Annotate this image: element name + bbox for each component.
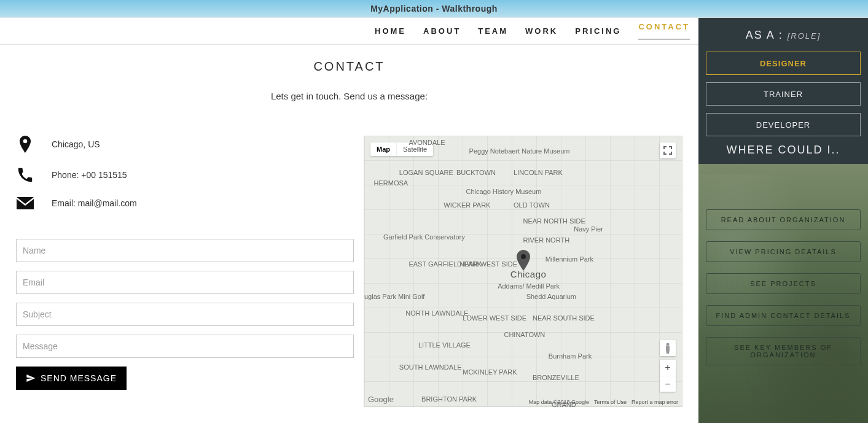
pegman-icon[interactable] [660, 340, 676, 356]
map-neighborhood-label: LITTLE VILLAGE [418, 341, 471, 349]
message-input[interactable] [16, 335, 354, 358]
map-neighborhood-label: LOWER WEST SIDE [463, 314, 526, 322]
send-button-label: SEND MESSAGE [41, 373, 117, 383]
map-neighborhood-label: LINCOLN PARK [514, 169, 563, 176]
subject-input[interactable] [16, 303, 354, 326]
nav-home[interactable]: HOME [375, 26, 406, 36]
role-designer-button[interactable]: DESIGNER [706, 52, 861, 75]
map-neighborhood-label: AVONDALE [409, 139, 445, 146]
map-neighborhood-label: BRONZEVILLE [533, 374, 579, 381]
action-find-contact[interactable]: FIND ADMIN CONTACT DETAILS [706, 305, 861, 326]
mail-icon [16, 197, 34, 209]
map-neighborhood-label: SOUTH LAWNDALE [399, 363, 462, 371]
map-neighborhood-label: Addams/ Medill Park [498, 282, 560, 290]
nav-about[interactable]: ABOUT [423, 26, 461, 36]
map-type-map[interactable]: Map [370, 142, 396, 156]
zoom-in-button[interactable]: + [660, 360, 676, 376]
map-neighborhood-label: Chicago History Museum [466, 188, 541, 195]
nav-work[interactable]: WORK [525, 26, 558, 36]
phone-icon [16, 168, 34, 182]
svg-point-1 [521, 254, 526, 259]
map-city-label: Chicago [510, 269, 547, 279]
info-phone-text: Phone: +00 151515 [52, 170, 127, 180]
main-nav: HOME ABOUT TEAM WORK PRICING CONTACT [0, 18, 698, 45]
info-phone-row: Phone: +00 151515 [16, 168, 354, 182]
map-neighborhood-label: MCKINLEY PARK [463, 368, 517, 376]
nav-pricing[interactable]: PRICING [575, 26, 621, 36]
map-zoom-controls: + − [660, 360, 676, 392]
paper-plane-icon [26, 373, 36, 383]
map-neighborhood-label: uglas Park Mini Golf [364, 293, 424, 300]
map-data-attribution: Map data ©2018 Google [529, 399, 589, 405]
fullscreen-icon[interactable] [660, 142, 676, 158]
map-neighborhood-label: Burnham Park [549, 352, 592, 360]
email-input[interactable] [16, 271, 354, 294]
map-neighborhood-label: LOGAN SQUARE [399, 169, 453, 176]
action-view-pricing[interactable]: VIEW PRICING DEATAILS [706, 241, 861, 262]
walkthrough-sidebar: AS A : [ROLE] DESIGNER TRAINER DEVELOPER… [698, 18, 868, 423]
map-neighborhood-label: Shedd Aquarium [526, 293, 576, 300]
map-neighborhood-label: RIVER NORTH [523, 236, 570, 244]
location-icon [16, 136, 34, 153]
app-title: MyApplication - Walkthrough [370, 4, 498, 14]
as-a-label: AS A : [746, 29, 783, 41]
map-neighborhood-label: Garfield Park Conservatory [383, 233, 465, 241]
action-read-about-org[interactable]: READ ABOUT ORGANIZATION [706, 209, 861, 230]
map-terms-link[interactable]: Terms of Use [594, 399, 627, 405]
section-title: CONTACT [16, 60, 682, 74]
map-neighborhood-label: OLD TOWN [514, 201, 550, 209]
map-neighborhood-label: NEAR SOUTH SIDE [533, 314, 595, 322]
svg-point-0 [667, 343, 670, 346]
info-email-row: Email: mail@mail.com [16, 197, 354, 209]
as-a-heading: AS A : [ROLE] [706, 29, 861, 42]
section-subtitle: Lets get in touch. Send us a message: [16, 91, 682, 101]
map-neighborhood-label: HERMOSA [374, 179, 409, 187]
map-neighborhood-label: Peggy Notebaert Nature Museum [469, 147, 570, 155]
action-see-projects[interactable]: SEE PROJECTS [706, 273, 861, 294]
role-trainer-button[interactable]: TRAINER [706, 82, 861, 106]
map-neighborhood-label: CHINATOWN [504, 331, 545, 338]
info-address-text: Chicago, US [52, 139, 100, 149]
map-footer: Map data ©2018 Google Terms of Use Repor… [529, 399, 678, 405]
map-neighborhood-label: NORTH LAWNDALE [405, 309, 468, 317]
nav-team[interactable]: TEAM [478, 26, 508, 36]
map-neighborhood-label: WICKER PARK [444, 201, 490, 209]
map-neighborhood-label: NEAR WEST SIDE [459, 260, 517, 268]
nav-contact[interactable]: CONTACT [638, 22, 690, 40]
zoom-out-button[interactable]: − [660, 376, 676, 392]
info-address-row: Chicago, US [16, 136, 354, 153]
as-a-role-placeholder: [ROLE] [788, 31, 821, 41]
map-neighborhood-label: NEAR NORTH SIDE [523, 217, 585, 225]
map-neighborhood-label: Millennium Park [545, 255, 593, 263]
where-heading: WHERE COULD I.. [706, 144, 861, 157]
map-container[interactable]: Map Satellite + − [364, 136, 682, 407]
role-developer-button[interactable]: DEVELOPER [706, 113, 861, 136]
map-neighborhood-label: BUCKTOWN [456, 169, 496, 176]
main-area: HOME ABOUT TEAM WORK PRICING CONTACT CON… [0, 18, 698, 423]
google-logo: Google [368, 395, 394, 404]
action-see-members[interactable]: SEE KEY MEMBERS OF ORGANIZATION [706, 337, 861, 365]
map-neighborhood-label: Navy Pier [574, 225, 603, 233]
name-input[interactable] [16, 239, 354, 262]
top-title-bar: MyApplication - Walkthrough [0, 0, 868, 18]
info-email-text: Email: mail@mail.com [52, 198, 137, 208]
map-neighborhood-label: BRIGHTON PARK [421, 395, 477, 403]
map-report-link[interactable]: Report a map error [631, 399, 678, 405]
send-message-button[interactable]: SEND MESSAGE [16, 367, 127, 390]
